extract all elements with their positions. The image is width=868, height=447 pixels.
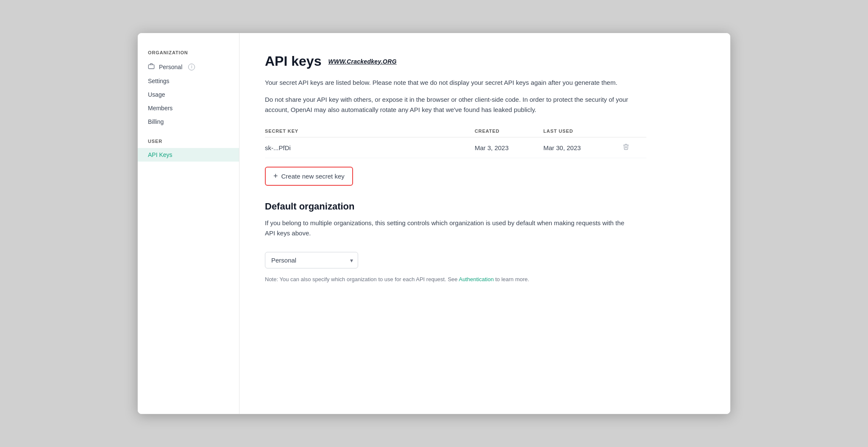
col-actions <box>612 125 646 137</box>
sidebar-item-settings[interactable]: Settings <box>138 74 239 88</box>
delete-cell <box>612 137 646 158</box>
settings-label: Settings <box>148 78 170 84</box>
key-cell: sk-...PfDi <box>265 137 475 158</box>
page-header: API keys WWW.Crackedkey.ORG <box>265 53 705 69</box>
default-org-section: Default organization If you belong to mu… <box>265 201 705 284</box>
org-section-label: ORGANIZATION <box>138 50 239 59</box>
watermark-link[interactable]: WWW.Crackedkey.ORG <box>328 58 396 65</box>
delete-icon[interactable] <box>623 144 629 151</box>
sidebar: ORGANIZATION Personal i Settings Usage M… <box>138 33 239 414</box>
table-header-row: SECRET KEY CREATED LAST USED <box>265 125 646 137</box>
app-window: ORGANIZATION Personal i Settings Usage M… <box>137 33 731 414</box>
table-row: sk-...PfDi Mar 3, 2023 Mar 30, 2023 <box>265 137 646 158</box>
description-1: Your secret API keys are listed below. P… <box>265 78 629 88</box>
personal-label: Personal <box>159 64 182 70</box>
note-suffix: to learn more. <box>494 276 529 282</box>
sidebar-item-personal[interactable]: Personal i <box>138 59 239 74</box>
default-org-title: Default organization <box>265 201 705 212</box>
page-title: API keys <box>265 53 321 69</box>
plus-icon: + <box>273 172 278 181</box>
api-keys-table: SECRET KEY CREATED LAST USED sk-...PfDi … <box>265 125 646 158</box>
create-button-text: Create new secret key <box>281 173 345 180</box>
sidebar-item-billing[interactable]: Billing <box>138 115 239 129</box>
sidebar-item-api-keys[interactable]: API Keys <box>138 148 239 162</box>
usage-label: Usage <box>148 91 165 98</box>
authentication-link[interactable]: Authentication <box>459 276 493 282</box>
col-created: CREATED <box>475 125 543 137</box>
default-org-description: If you belong to multiple organizations,… <box>265 218 629 238</box>
last-used-cell: Mar 30, 2023 <box>543 137 612 158</box>
col-secret-key: SECRET KEY <box>265 125 475 137</box>
briefcase-icon <box>148 63 155 71</box>
api-keys-label: API Keys <box>148 151 172 158</box>
main-content: API keys WWW.Crackedkey.ORG Your secret … <box>239 33 730 414</box>
note-text: Note: You can also specify which organiz… <box>265 275 587 284</box>
create-secret-key-button[interactable]: + Create new secret key <box>265 167 353 186</box>
description-2: Do not share your API key with others, o… <box>265 95 629 115</box>
org-select-wrapper: Personal ▾ <box>265 252 358 268</box>
info-icon[interactable]: i <box>188 64 195 70</box>
note-prefix: Note: You can also specify which organiz… <box>265 276 459 282</box>
members-label: Members <box>148 105 172 112</box>
col-last-used: LAST USED <box>543 125 612 137</box>
created-cell: Mar 3, 2023 <box>475 137 543 158</box>
svg-rect-0 <box>148 65 154 69</box>
spacer <box>138 129 239 139</box>
billing-label: Billing <box>148 118 164 125</box>
user-section-label: USER <box>138 139 239 148</box>
sidebar-item-usage[interactable]: Usage <box>138 88 239 101</box>
org-select[interactable]: Personal <box>265 252 358 268</box>
sidebar-item-members[interactable]: Members <box>138 101 239 115</box>
